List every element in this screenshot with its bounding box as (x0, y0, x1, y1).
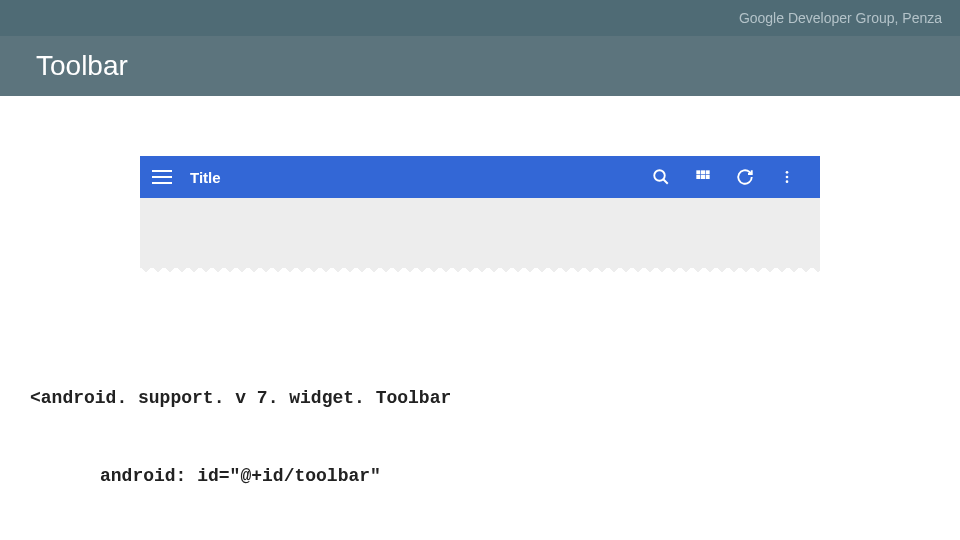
brand-text: Google Developer Group, Penza (739, 10, 942, 26)
code-line-1: android: id="@+id/toolbar" (30, 463, 930, 489)
toolbar-demo-wrapper: Title (0, 96, 960, 305)
code-block: <android. support. v 7. widget. Toolbar … (0, 305, 960, 540)
code-line-0: <android. support. v 7. widget. Toolbar (30, 385, 930, 411)
svg-rect-7 (706, 175, 710, 179)
svg-rect-3 (701, 170, 705, 174)
android-toolbar-demo: Title (140, 156, 820, 198)
search-icon (650, 166, 672, 188)
svg-rect-2 (696, 170, 700, 174)
refresh-icon (734, 166, 756, 188)
svg-point-8 (786, 171, 789, 174)
svg-point-0 (654, 170, 665, 181)
top-bar: Google Developer Group, Penza (0, 0, 960, 36)
content-area: Title (0, 96, 960, 540)
svg-point-9 (786, 176, 789, 179)
toolbar-demo-body (140, 198, 820, 268)
hamburger-icon (152, 170, 172, 184)
svg-line-1 (663, 179, 668, 184)
svg-rect-4 (706, 170, 710, 174)
zigzag-edge (140, 267, 820, 275)
svg-point-10 (786, 180, 789, 183)
apps-grid-icon (692, 166, 714, 188)
page-title-bar: Toolbar (0, 36, 960, 96)
toolbar-title: Title (190, 169, 640, 186)
page-title: Toolbar (36, 50, 128, 82)
svg-rect-6 (701, 175, 705, 179)
svg-rect-5 (696, 175, 700, 179)
overflow-menu-icon (776, 166, 798, 188)
